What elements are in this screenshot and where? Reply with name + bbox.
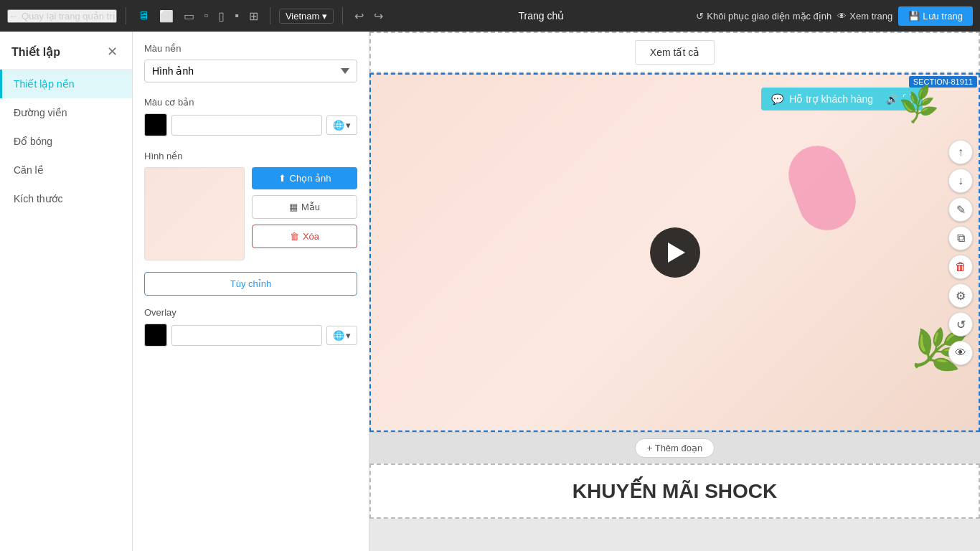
move-up-button[interactable]: ↑ [948,140,973,164]
redo-button[interactable]: ↪ [371,6,386,26]
promo-section: KHUYẾN MÃI SHOCK [369,463,980,519]
toolbar-divider-1 [126,7,126,24]
overlay-section: Overlay 🌐 ▾ [144,307,357,347]
tablet-small-icon[interactable]: ▫ [202,6,212,25]
history-icon: ↺ [956,318,966,331]
settings-panel-title: Thiết lập ✕ [0,32,132,70]
customize-label: Tùy chỉnh [230,278,271,289]
top-toolbar: ← Quay lại trang quản trị 🖥 ⬜ ▭ ▫ ▯ ▪ ⊞ … [0,0,980,32]
viewport-chevron: ▾ [322,11,327,22]
add-section-label: + Thêm đoạn [647,443,703,453]
other-icon[interactable]: ⊞ [246,6,261,26]
view-all-button[interactable]: Xem tất cả [635,40,715,65]
globe-icon: 🌐 [333,120,344,131]
mobile-small-icon[interactable]: ▪ [232,6,242,25]
restore-button[interactable]: ↺ Khôi phục giao diện mặc định [696,11,831,22]
section-settings-button[interactable]: ⚙ [948,283,973,308]
config-panel: Màu nền Hình ảnh Màu sắc Gradient Không … [133,32,369,551]
save-label: Lưu trang [923,11,963,22]
base-color-section: Màu cơ bản 🌐 ▾ [144,97,357,136]
add-section-button[interactable]: + Thêm đoạn [635,438,715,458]
settings-title-text: Thiết lập [11,45,60,59]
nav-item-border-label: Đường viền [14,107,67,118]
bg-type-select[interactable]: Hình ảnh Màu sắc Gradient Không có [144,60,357,83]
restore-icon: ↺ [696,11,704,22]
nav-item-background[interactable]: Thiết lập nền [0,70,132,98]
up-arrow-icon: ↑ [958,146,963,159]
nav-item-border[interactable]: Đường viền [0,98,132,127]
back-label: Quay lại trang quản trị [22,11,116,22]
view-button[interactable]: 👁 Xem trang [837,11,892,22]
settings-close-button[interactable]: ✕ [103,43,121,60]
chat-icon: 💬 [771,93,783,105]
toolbar-right: ↺ Khôi phục giao diện mặc định 👁 Xem tra… [696,6,973,26]
back-icon: ← [9,11,18,22]
pink-shape [781,138,864,238]
view-all-label: Xem tất cả [650,47,699,58]
canvas-area: Xem tất cả SECTION-81911 💬 Hỗ trợ khách … [369,32,980,551]
visibility-button[interactable]: 👁 [948,341,973,365]
bg-color-section: Màu nền Hình ảnh Màu sắc Gradient Không … [144,43,357,83]
floating-tools: ↑ ↓ ✎ ⧉ 🗑 ⚙ [948,140,973,365]
section-delete-button[interactable]: 🗑 [948,255,973,279]
base-color-globe-button[interactable]: 🌐 ▾ [326,116,357,135]
sample-label: Mẫu [301,202,320,212]
copy-button[interactable]: ⧉ [948,226,973,250]
overlay-color-swatch[interactable] [144,324,167,347]
bg-color-label: Màu nền [144,43,357,54]
main-layout: Thiết lập ✕ Thiết lập nền Đường viền Đổ … [0,32,980,551]
copy-icon: ⧉ [957,232,965,245]
overlay-label: Overlay [144,307,357,318]
overlay-globe-button[interactable]: 🌐 ▾ [326,326,357,345]
restore-label: Khôi phục giao diện mặc định [707,11,831,22]
chat-label: Hỗ trợ khách hàng [789,93,873,105]
mobile-icon[interactable]: ▯ [215,6,227,26]
delete-button[interactable]: 🗑 Xóa [252,225,357,248]
save-icon: 💾 [908,11,920,22]
tablet-landscape-icon[interactable]: ⬜ [156,6,176,26]
right-content: Màu nền Hình ảnh Màu sắc Gradient Không … [133,32,980,551]
base-color-swatch[interactable] [144,113,167,136]
move-down-button[interactable]: ↓ [948,169,973,193]
view-label: Xem trang [849,11,892,22]
base-color-input[interactable] [171,115,322,136]
overlay-color-input[interactable] [171,325,322,346]
nav-item-background-label: Thiết lập nền [14,78,75,90]
history-button[interactable]: ↺ [948,312,973,336]
nav-item-shadow[interactable]: Đổ bóng [0,127,132,156]
bg-image-section: Hình nền ⬆ Chọn ảnh ▦ Mẫu 🗑 [144,151,357,260]
overlay-color-row: 🌐 ▾ [144,324,357,347]
viewport-label: Vietnam [286,11,319,22]
overlay-globe-chevron: ▾ [346,330,351,341]
viewport-selector[interactable]: Vietnam ▾ [279,9,334,24]
choose-image-label: Chọn ảnh [290,173,331,184]
save-button[interactable]: 💾 Lưu trang [898,6,973,26]
edit-button[interactable]: ✎ [948,197,973,222]
desktop-icon[interactable]: 🖥 [135,6,152,25]
gear-icon: ⚙ [956,289,966,303]
device-icons: 🖥 ⬜ ▭ ▫ ▯ ▪ ⊞ [135,6,261,26]
choose-image-button[interactable]: ⬆ Chọn ảnh [252,167,357,189]
pencil-icon: ✎ [956,203,966,217]
globe-chevron: ▾ [346,120,351,131]
play-button[interactable] [650,227,700,278]
add-section-bar: + Thêm đoạn [369,432,980,463]
tablet-icon[interactable]: ▭ [181,6,197,26]
nav-item-align[interactable]: Căn lề [0,156,132,184]
back-button[interactable]: ← Quay lại trang quản trị [7,9,117,23]
undo-button[interactable]: ↩ [352,6,367,26]
trash-icon: 🗑 [290,231,299,242]
settings-panel: Thiết lập ✕ Thiết lập nền Đường viền Đổ … [0,32,133,551]
page-name: Trang chủ [392,10,690,22]
sample-button[interactable]: ▦ Mẫu [252,195,357,219]
nav-item-size[interactable]: Kích thước [0,184,132,213]
customize-button[interactable]: Tùy chỉnh [144,272,357,296]
overlay-globe-icon: 🌐 [333,330,344,341]
undo-redo: ↩ ↪ [352,6,386,26]
settings-nav: Thiết lập nền Đường viền Đổ bóng Căn lề … [0,70,132,551]
image-row: ⬆ Chọn ảnh ▦ Mẫu 🗑 Xóa [144,167,357,260]
base-color-label: Màu cơ bản [144,97,357,108]
promo-text: KHUYẾN MÃI SHOCK [385,479,964,503]
down-arrow-icon: ↓ [958,174,963,187]
toolbar-divider-2 [270,7,270,24]
